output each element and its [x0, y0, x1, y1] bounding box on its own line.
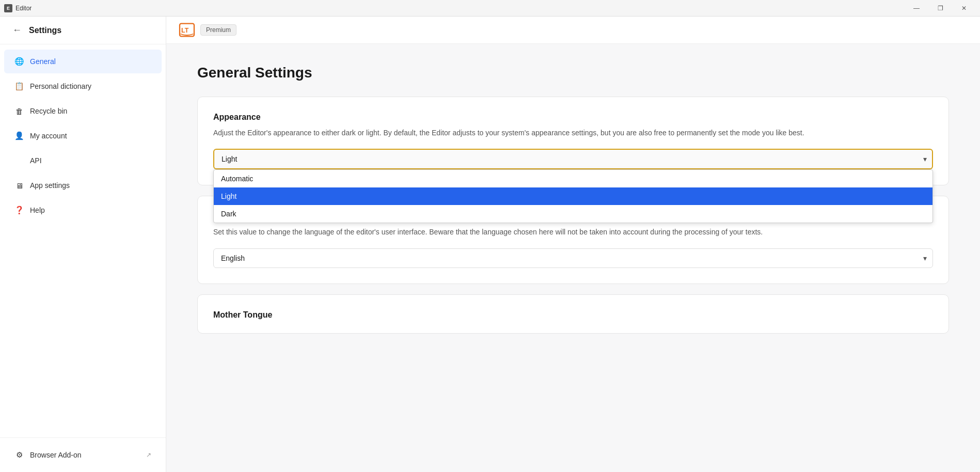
sidebar-item-general[interactable]: 🌐 General — [4, 50, 162, 73]
sidebar-item-label-personal-dictionary: Personal dictionary — [30, 82, 91, 90]
sidebar-item-label-browser-addon: Browser Add-on — [30, 451, 82, 459]
recycle-bin-icon: 🗑 — [14, 106, 24, 116]
sidebar-title: Settings — [29, 26, 61, 35]
appearance-dropdown[interactable]: Automatic Light Dark — [213, 149, 933, 169]
dropdown-option-automatic[interactable]: Automatic — [214, 170, 932, 187]
main-content: LT Premium General Settings Appearance A… — [166, 17, 980, 472]
title-bar-left: E Editor — [4, 4, 31, 12]
dropdown-option-light[interactable]: Light — [214, 187, 932, 205]
sidebar-item-api[interactable]: API — [4, 149, 162, 172]
svg-text:LT: LT — [181, 27, 189, 34]
sidebar-item-label-general: General — [30, 57, 56, 66]
appearance-desc: Adjust the Editor's appearance to either… — [213, 127, 933, 138]
sidebar-item-help[interactable]: ❓ Help — [4, 198, 162, 222]
sidebar-item-label-recycle-bin: Recycle bin — [30, 107, 67, 115]
api-icon — [14, 156, 24, 165]
external-link-icon: ↗ — [146, 451, 151, 459]
help-icon: ❓ — [14, 206, 24, 215]
premium-badge: Premium — [200, 24, 236, 36]
sidebar-item-recycle-bin[interactable]: 🗑 Recycle bin — [4, 99, 162, 123]
sidebar-item-browser-addon[interactable]: ⚙ Browser Add-on ↗ — [4, 443, 162, 467]
sidebar-item-label-app-settings: App settings — [30, 181, 70, 190]
general-icon: 🌐 — [14, 57, 24, 66]
appearance-dropdown-options: Automatic Light Dark — [213, 169, 933, 223]
personal-dictionary-icon: 📋 — [14, 82, 24, 91]
close-button[interactable]: ✕ — [952, 0, 976, 17]
app-name: Editor — [15, 5, 31, 12]
minimize-button[interactable]: — — [905, 0, 928, 17]
display-language-desc: Set this value to change the language of… — [213, 226, 933, 238]
sidebar: ← Settings 🌐 General 📋 Personal dictiona… — [0, 17, 166, 472]
app-icon: E — [4, 4, 12, 12]
appearance-card: Appearance Adjust the Editor's appearanc… — [197, 97, 949, 185]
sidebar-item-app-settings[interactable]: 🖥 App settings — [4, 174, 162, 197]
language-dropdown-wrapper: English ▾ — [213, 248, 933, 268]
sidebar-header: ← Settings — [0, 17, 166, 44]
app-settings-icon: 🖥 — [14, 181, 24, 190]
sidebar-item-personal-dictionary[interactable]: 📋 Personal dictionary — [4, 74, 162, 98]
back-button[interactable]: ← — [10, 24, 24, 37]
sidebar-bottom: ⚙ Browser Add-on ↗ — [0, 437, 166, 472]
appearance-dropdown-wrapper: Automatic Light Dark ▾ Automatic Light D… — [213, 149, 933, 169]
app-body: ← Settings 🌐 General 📋 Personal dictiona… — [0, 17, 980, 472]
mother-tongue-card: Mother Tongue — [197, 294, 949, 334]
content-area: General Settings Appearance Adjust the E… — [166, 44, 980, 365]
title-bar-controls: — ❐ ✕ — [905, 0, 976, 17]
language-dropdown[interactable]: English — [213, 248, 933, 268]
top-bar: LT Premium — [166, 17, 980, 44]
mother-tongue-title: Mother Tongue — [213, 310, 933, 320]
sidebar-nav: 🌐 General 📋 Personal dictionary 🗑 Recycl… — [0, 44, 166, 227]
lt-logo-icon: LT — [179, 23, 195, 37]
sidebar-item-label-help: Help — [30, 206, 45, 214]
restore-button[interactable]: ❐ — [928, 0, 952, 17]
browser-addon-icon: ⚙ — [14, 450, 24, 460]
sidebar-item-label-my-account: My account — [30, 132, 67, 140]
sidebar-item-label-api: API — [30, 156, 42, 165]
my-account-icon: 👤 — [14, 131, 24, 140]
title-bar: E Editor — ❐ ✕ — [0, 0, 980, 17]
page-title: General Settings — [197, 65, 949, 81]
dropdown-option-dark[interactable]: Dark — [214, 205, 932, 223]
appearance-title: Appearance — [213, 113, 933, 122]
sidebar-item-my-account[interactable]: 👤 My account — [4, 124, 162, 148]
